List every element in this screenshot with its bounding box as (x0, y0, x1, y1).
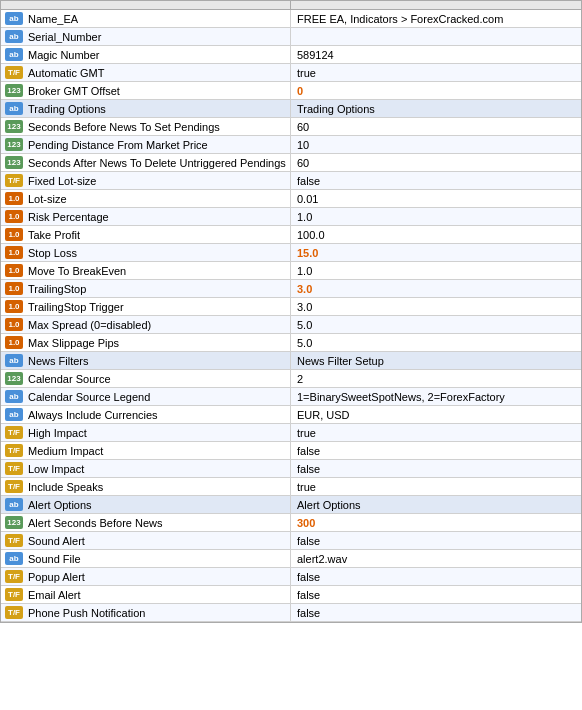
table-row: T/F Phone Push Notification false (1, 604, 581, 622)
type-tag: 123 (5, 516, 23, 529)
val-cell: false (291, 460, 581, 477)
val-cell: 300 (291, 514, 581, 531)
val-cell: 15.0 (291, 244, 581, 261)
var-cell: ab Always Include Currencies (1, 406, 291, 423)
val-cell: 60 (291, 154, 581, 171)
var-name: Email Alert (28, 589, 81, 601)
val-cell (291, 28, 581, 45)
var-name: Risk Percentage (28, 211, 109, 223)
var-cell: T/F Email Alert (1, 586, 291, 603)
var-cell: T/F Include Speaks (1, 478, 291, 495)
var-cell: 1.0 Move To BreakEven (1, 262, 291, 279)
table-row: 1.0 Max Spread (0=disabled) 5.0 (1, 316, 581, 334)
table-row: 1.0 TrailingStop 3.0 (1, 280, 581, 298)
val-cell: 1=BinarySweetSpotNews, 2=ForexFactory (291, 388, 581, 405)
table-row: 123 Calendar Source 2 (1, 370, 581, 388)
type-tag: T/F (5, 426, 23, 439)
table-row: 123 Seconds Before News To Set Pendings … (1, 118, 581, 136)
var-cell: 123 Pending Distance From Market Price (1, 136, 291, 153)
var-cell: T/F High Impact (1, 424, 291, 441)
type-tag: 123 (5, 156, 23, 169)
var-name: Fixed Lot-size (28, 175, 96, 187)
type-tag: 1.0 (5, 264, 23, 277)
type-tag: T/F (5, 588, 23, 601)
var-cell: ab News Filters (1, 352, 291, 369)
type-tag: 1.0 (5, 246, 23, 259)
var-cell: 1.0 Stop Loss (1, 244, 291, 261)
val-cell: false (291, 604, 581, 621)
type-tag: 123 (5, 372, 23, 385)
var-name: Phone Push Notification (28, 607, 145, 619)
type-tag: ab (5, 12, 23, 25)
val-cell: false (291, 442, 581, 459)
var-name: Take Profit (28, 229, 80, 241)
table-row: ab Always Include Currencies EUR, USD (1, 406, 581, 424)
val-cell: 10 (291, 136, 581, 153)
var-cell: T/F Popup Alert (1, 568, 291, 585)
type-tag: T/F (5, 174, 23, 187)
var-name: Automatic GMT (28, 67, 104, 79)
val-cell: 2 (291, 370, 581, 387)
type-tag: ab (5, 498, 23, 511)
var-cell: T/F Sound Alert (1, 532, 291, 549)
var-cell: T/F Phone Push Notification (1, 604, 291, 621)
type-tag: T/F (5, 480, 23, 493)
var-name: Sound File (28, 553, 81, 565)
val-cell: false (291, 532, 581, 549)
type-tag: 1.0 (5, 318, 23, 331)
table-row: ab Calendar Source Legend 1=BinarySweetS… (1, 388, 581, 406)
table-row: ab Sound File alert2.wav (1, 550, 581, 568)
var-name: Max Spread (0=disabled) (28, 319, 151, 331)
var-name: TrailingStop (28, 283, 86, 295)
type-tag: 123 (5, 84, 23, 97)
var-name: Sound Alert (28, 535, 85, 547)
var-cell: 123 Broker GMT Offset (1, 82, 291, 99)
val-cell: alert2.wav (291, 550, 581, 567)
val-cell: 589124 (291, 46, 581, 63)
type-tag: 1.0 (5, 282, 23, 295)
val-cell: 1.0 (291, 262, 581, 279)
var-cell: 1.0 Max Spread (0=disabled) (1, 316, 291, 333)
type-tag: T/F (5, 462, 23, 475)
val-cell: 60 (291, 118, 581, 135)
var-name: News Filters (28, 355, 89, 367)
table-row: T/F Sound Alert false (1, 532, 581, 550)
val-cell: 5.0 (291, 334, 581, 351)
val-cell: 0.01 (291, 190, 581, 207)
header-variable (1, 1, 291, 9)
type-tag: T/F (5, 66, 23, 79)
var-cell: 1.0 TrailingStop Trigger (1, 298, 291, 315)
val-cell: 5.0 (291, 316, 581, 333)
val-cell: EUR, USD (291, 406, 581, 423)
var-name: Alert Seconds Before News (28, 517, 163, 529)
table-row: 123 Pending Distance From Market Price 1… (1, 136, 581, 154)
table-row: T/F Low Impact false (1, 460, 581, 478)
table-row: ab Magic Number 589124 (1, 46, 581, 64)
table-row: 123 Alert Seconds Before News 300 (1, 514, 581, 532)
table-row: 123 Broker GMT Offset 0 (1, 82, 581, 100)
var-cell: 123 Alert Seconds Before News (1, 514, 291, 531)
type-tag: 1.0 (5, 336, 23, 349)
table-row: ab Trading Options Trading Options (1, 100, 581, 118)
val-cell: News Filter Setup (291, 352, 581, 369)
var-name: Pending Distance From Market Price (28, 139, 208, 151)
val-cell: true (291, 424, 581, 441)
var-name: High Impact (28, 427, 87, 439)
table-row: ab Alert Options Alert Options (1, 496, 581, 514)
var-name: Trading Options (28, 103, 106, 115)
table-row: 1.0 Risk Percentage 1.0 (1, 208, 581, 226)
type-tag: ab (5, 102, 23, 115)
header-value (291, 1, 581, 9)
var-cell: 1.0 Risk Percentage (1, 208, 291, 225)
var-cell: ab Calendar Source Legend (1, 388, 291, 405)
type-tag: ab (5, 552, 23, 565)
var-name: Name_EA (28, 13, 78, 25)
val-cell: 3.0 (291, 298, 581, 315)
type-tag: ab (5, 354, 23, 367)
val-cell: true (291, 478, 581, 495)
table-row: 1.0 Stop Loss 15.0 (1, 244, 581, 262)
var-cell: ab Serial_Number (1, 28, 291, 45)
table-row: ab News Filters News Filter Setup (1, 352, 581, 370)
var-cell: 1.0 Max Slippage Pips (1, 334, 291, 351)
var-name: Serial_Number (28, 31, 101, 43)
